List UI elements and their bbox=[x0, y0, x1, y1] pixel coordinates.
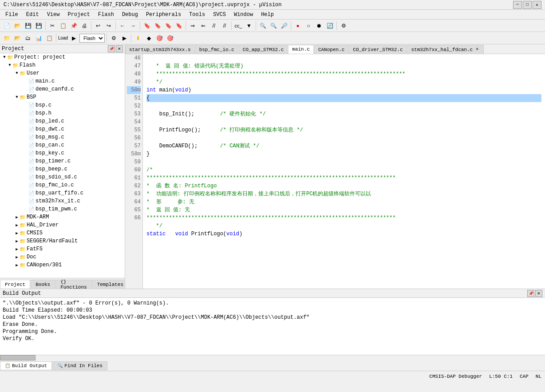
save-all-button[interactable]: 💾 bbox=[34, 21, 43, 31]
bookmark2-button[interactable]: 🔖 bbox=[153, 21, 162, 31]
tree-item-bsp[interactable]: ▼ 📁 BSP bbox=[0, 93, 125, 101]
tab-stm32hal-close[interactable]: × bbox=[474, 47, 480, 52]
uncomment-button[interactable]: // bbox=[220, 21, 229, 31]
close-button[interactable]: ✕ bbox=[533, 1, 541, 9]
project4-button[interactable]: 📊 bbox=[34, 33, 43, 43]
debug3-button[interactable]: ⚙ bbox=[109, 33, 118, 43]
tab-functions[interactable]: {} Functions bbox=[55, 280, 91, 289]
expand-fatfs[interactable]: ▶ bbox=[14, 247, 20, 252]
tab-main[interactable]: main.c bbox=[288, 45, 314, 54]
expand-segger[interactable]: ▶ bbox=[14, 239, 20, 244]
code-content[interactable]: * 返 回 值: 错误代码(无需处理) ********************… bbox=[143, 54, 545, 289]
tree-item-mdk-arm[interactable]: ▶ 📁 MDK-ARM bbox=[0, 213, 125, 221]
paste-button[interactable]: 📌 bbox=[69, 21, 79, 31]
expand-cmsis[interactable]: ▶ bbox=[14, 231, 20, 236]
expand-bsp[interactable]: ▼ bbox=[14, 95, 20, 99]
save-button[interactable]: 💾 bbox=[23, 21, 33, 31]
tree-item-canopen[interactable]: ▶ 📁 CANopen/301 bbox=[0, 261, 125, 269]
target4-button[interactable]: 🎯 bbox=[165, 33, 175, 43]
tree-item-bsp-led[interactable]: 📄bsp_led.c bbox=[0, 117, 125, 125]
open-button[interactable]: 📂 bbox=[12, 21, 22, 31]
bookmark3-button[interactable]: 🔖 bbox=[163, 21, 173, 31]
tree-item-bsp-beep[interactable]: 📄bsp_beep.c bbox=[0, 165, 125, 173]
tree-item-bsp-pwm[interactable]: 📄bsp_tim_pwm.c bbox=[0, 205, 125, 213]
tree-item-fatfs[interactable]: ▶ 📁 FatFS bbox=[0, 245, 125, 253]
minimize-button[interactable]: ─ bbox=[513, 1, 522, 9]
tree-item-bsp-h[interactable]: 📄bsp.h bbox=[0, 109, 125, 117]
expand-doc[interactable]: ▶ bbox=[14, 255, 20, 260]
output-tab-build[interactable]: 📋 Build Output bbox=[0, 361, 52, 370]
expand-hal-driver[interactable]: ▶ bbox=[14, 223, 20, 228]
tree-item-main-c[interactable]: ▶ 📄 main.c bbox=[0, 77, 125, 85]
tree-item-bsp-key[interactable]: 📄bsp_key.c bbox=[0, 149, 125, 157]
search2-button[interactable]: 🔍 bbox=[269, 21, 278, 31]
menu-item-flash[interactable]: Flash bbox=[95, 11, 118, 19]
tab-bsp-fmc[interactable]: bsp_fmc_io.c bbox=[195, 45, 238, 54]
tree-item-stm32-it[interactable]: 📄stm32h7xx_it.c bbox=[0, 197, 125, 205]
nav-fwd-button[interactable]: → bbox=[128, 21, 138, 31]
download-button[interactable]: ⬇ bbox=[133, 33, 143, 43]
redo-button[interactable]: ↪ bbox=[104, 21, 114, 31]
menu-item-debug[interactable]: Debug bbox=[118, 11, 142, 19]
tree-item-bsp-msg[interactable]: 📄bsp_msg.c bbox=[0, 133, 125, 141]
menu-item-edit[interactable]: Edit bbox=[23, 11, 43, 19]
debug4-button[interactable]: ▶ bbox=[119, 33, 129, 43]
nav-back-button[interactable]: ← bbox=[118, 21, 127, 31]
print-button[interactable]: 🖨 bbox=[79, 21, 89, 31]
gear-button[interactable]: ⚙ bbox=[339, 21, 348, 31]
tree-item-bsp-uart[interactable]: 📄bsp_uart_fifo.c bbox=[0, 189, 125, 197]
search3-button[interactable]: 🔎 bbox=[279, 21, 289, 31]
copy-button[interactable]: 📋 bbox=[58, 21, 68, 31]
project1-button[interactable]: 📁 bbox=[2, 33, 12, 43]
target2-button[interactable]: ◆ bbox=[144, 33, 154, 43]
outdent-button[interactable]: ⇐ bbox=[198, 21, 208, 31]
build-output-content[interactable]: ".\\Objects\\output.axf" - 0 Error(s), 0… bbox=[0, 298, 545, 355]
tree-item-segger[interactable]: ▶ 📁 SEGGER/HardFault bbox=[0, 237, 125, 245]
comment-button[interactable]: // bbox=[209, 21, 219, 31]
tree-item-cmsis[interactable]: ▶ 📁 CMSIS bbox=[0, 229, 125, 237]
tree-item-bsp-c[interactable]: 📄bsp.c bbox=[0, 101, 125, 109]
expand-mdk-arm[interactable]: ▶ bbox=[14, 215, 20, 220]
menu-item-project[interactable]: Project bbox=[64, 11, 93, 19]
build-output-close[interactable]: ✕ bbox=[535, 290, 542, 297]
tree-item-bsp-can[interactable]: 📄bsp_can.c bbox=[0, 141, 125, 149]
target1-button[interactable]: ▶ bbox=[69, 33, 79, 43]
menu-item-svcs[interactable]: SVCS bbox=[209, 11, 229, 19]
search1-button[interactable]: 🔍 bbox=[258, 21, 268, 31]
tab-startup[interactable]: startup_stm32h743xx.s bbox=[125, 45, 195, 54]
build-circle-button[interactable]: ○ bbox=[304, 21, 313, 31]
tree-item-doc[interactable]: ▶ 📁 Doc bbox=[0, 253, 125, 261]
tab-project[interactable]: Project bbox=[0, 280, 30, 289]
undo-button[interactable]: ↩ bbox=[93, 21, 103, 31]
expand-canopen[interactable]: ▶ bbox=[14, 263, 20, 268]
indent-button[interactable]: ⇒ bbox=[188, 21, 197, 31]
menu-item-window[interactable]: Window bbox=[230, 11, 257, 19]
tree-item-bsp-timer[interactable]: 📄bsp_timer.c bbox=[0, 157, 125, 165]
tab-stm32hal[interactable]: stm32h7xx_hal_fdcan.c × bbox=[407, 45, 484, 54]
tree-item-user[interactable]: ▼ 📁 User bbox=[0, 69, 125, 77]
debug2-button[interactable]: 🔄 bbox=[325, 21, 335, 31]
cut-button[interactable]: ✂ bbox=[47, 21, 57, 31]
tab-co-app[interactable]: CO_app_STM32.c bbox=[239, 45, 288, 54]
project-pin-button[interactable]: 📌 bbox=[108, 45, 115, 52]
bookmark4-button[interactable]: 🔖 bbox=[174, 21, 184, 31]
tree-item-flash[interactable]: ▼ 📁 Flash bbox=[0, 61, 125, 69]
tree-item-bsp-dwt[interactable]: 📄bsp_dwt.c bbox=[0, 125, 125, 133]
menu-item-file[interactable]: File bbox=[2, 11, 22, 19]
new-file-button[interactable]: 📄 bbox=[2, 21, 12, 31]
tab-canopen[interactable]: CANopen.c bbox=[314, 45, 348, 54]
menu-item-peripherals[interactable]: Peripherals bbox=[142, 11, 185, 19]
target3-button[interactable]: 🎯 bbox=[154, 33, 164, 43]
tab-co-driver[interactable]: CO_driver_STM32.c bbox=[349, 45, 407, 54]
horizontal-scrollbar-thumb[interactable] bbox=[0, 355, 36, 360]
bookmark1-button[interactable]: 🔖 bbox=[142, 21, 152, 31]
output-tab-find[interactable]: 🔍 Find In Files bbox=[52, 361, 107, 370]
project5-button[interactable]: 📋 bbox=[44, 33, 54, 43]
menu-item-tools[interactable]: Tools bbox=[186, 11, 209, 19]
project-close-button[interactable]: ✕ bbox=[116, 45, 123, 52]
expand-flash[interactable]: ▼ bbox=[7, 63, 12, 67]
expand-root[interactable]: ▼ bbox=[2, 55, 7, 59]
code-container[interactable]: 46 47 48 49 50⊟ 51 52 53 54 55 56 57 58⊟… bbox=[125, 54, 545, 289]
build-stop-button[interactable]: ● bbox=[293, 21, 303, 31]
menu-item-view[interactable]: View bbox=[43, 11, 63, 19]
